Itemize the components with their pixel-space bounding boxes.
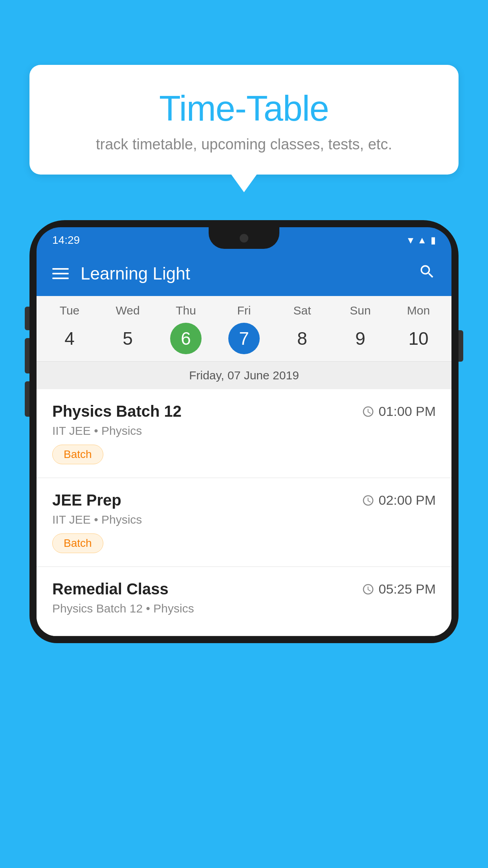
day-number: 10 [403, 323, 434, 354]
time-text: 01:00 PM [378, 404, 436, 419]
days-row: Tue4Wed5Thu6Fri7Sat8Sun9Mon10 [37, 304, 451, 361]
app-bar: Learning Light [37, 251, 451, 296]
day-number: 8 [286, 323, 318, 354]
schedule-name: Physics Batch 12 [52, 403, 182, 420]
schedule-name: Remedial Class [52, 580, 169, 598]
hamburger-menu-button[interactable] [52, 268, 69, 279]
power-button [459, 330, 463, 362]
schedule-item[interactable]: JEE Prep02:00 PMIIT JEE • PhysicsBatch [37, 478, 451, 567]
schedule-list: Physics Batch 1201:00 PMIIT JEE • Physic… [37, 389, 451, 636]
calendar-day-tue[interactable]: Tue4 [44, 304, 95, 361]
day-name: Sun [350, 304, 371, 317]
battery-icon: ▮ [431, 235, 436, 246]
wifi-icon: ▾ [408, 234, 413, 246]
schedule-meta: Physics Batch 12 • Physics [52, 602, 436, 615]
app-title: Learning Light [81, 264, 418, 283]
calendar-day-thu[interactable]: Thu6 [160, 304, 211, 361]
day-number: 7 [228, 323, 260, 354]
day-name: Fri [237, 304, 251, 317]
phone-outer: 14:29 ▾ ▲ ▮ Learning Light [29, 220, 459, 643]
bubble-title: Time-Table [45, 88, 443, 129]
clock-icon [362, 405, 374, 418]
phone-screen: Learning Light Tue4Wed5Thu6Fri7Sat8Sun9M… [37, 251, 451, 636]
calendar-day-mon[interactable]: Mon10 [393, 304, 444, 361]
notch [209, 227, 279, 249]
schedule-time: 02:00 PM [362, 493, 436, 508]
volume-down-button [25, 381, 29, 417]
speech-bubble: Time-Table track timetable, upcoming cla… [29, 65, 459, 175]
clock-icon [362, 583, 374, 596]
schedule-header: JEE Prep02:00 PM [52, 491, 436, 509]
schedule-item[interactable]: Physics Batch 1201:00 PMIIT JEE • Physic… [37, 389, 451, 478]
status-time: 14:29 [52, 234, 80, 246]
calendar-day-sat[interactable]: Sat8 [277, 304, 328, 361]
day-number: 9 [345, 323, 376, 354]
calendar-day-sun[interactable]: Sun9 [335, 304, 386, 361]
calendar-strip: Tue4Wed5Thu6Fri7Sat8Sun9Mon10 Friday, 07… [37, 296, 451, 389]
schedule-time: 05:25 PM [362, 581, 436, 597]
schedule-meta: IIT JEE • Physics [52, 513, 436, 526]
calendar-day-fri[interactable]: Fri7 [218, 304, 270, 361]
time-text: 02:00 PM [378, 493, 436, 508]
time-text: 05:25 PM [378, 581, 436, 597]
phone-mockup: 14:29 ▾ ▲ ▮ Learning Light [29, 220, 459, 868]
status-bar: 14:29 ▾ ▲ ▮ [37, 227, 451, 251]
day-name: Tue [60, 304, 80, 317]
day-name: Wed [116, 304, 139, 317]
calendar-day-wed[interactable]: Wed5 [102, 304, 153, 361]
day-number: 4 [54, 323, 85, 354]
status-icons: ▾ ▲ ▮ [408, 234, 436, 246]
schedule-header: Physics Batch 1201:00 PM [52, 403, 436, 420]
selected-date-label: Friday, 07 June 2019 [37, 361, 451, 389]
search-icon[interactable] [418, 263, 436, 284]
day-name: Thu [176, 304, 196, 317]
day-number: 5 [112, 323, 143, 354]
signal-icon: ▲ [417, 235, 427, 246]
schedule-meta: IIT JEE • Physics [52, 424, 436, 438]
day-name: Sat [293, 304, 311, 317]
day-number: 6 [170, 323, 202, 354]
volume-mute-button [25, 307, 29, 330]
schedule-name: JEE Prep [52, 491, 121, 509]
batch-tag: Batch [52, 533, 103, 553]
camera [240, 234, 248, 243]
bubble-subtitle: track timetable, upcoming classes, tests… [45, 136, 443, 153]
schedule-time: 01:00 PM [362, 404, 436, 419]
schedule-header: Remedial Class05:25 PM [52, 580, 436, 598]
volume-up-button [25, 338, 29, 373]
clock-icon [362, 494, 374, 507]
day-name: Mon [407, 304, 430, 317]
batch-tag: Batch [52, 445, 103, 464]
schedule-item[interactable]: Remedial Class05:25 PMPhysics Batch 12 •… [37, 567, 451, 636]
